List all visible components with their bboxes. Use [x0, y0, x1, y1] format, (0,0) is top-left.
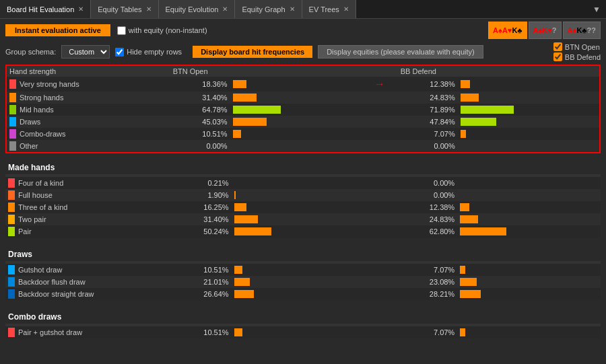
row-label: Backdoor straight draw [5, 288, 171, 300]
card-group: A♠ A♥ K♣ A♠ K♥ ? A♠ K♣ ?? [488, 22, 601, 39]
tab-bar: Board Hit Evaluation ✕ Equity Tables ✕ E… [0, 0, 606, 19]
row-label: Draws [7, 116, 170, 128]
equity-checkbox[interactable] [117, 26, 126, 35]
card-btn-2[interactable]: A♠ K♥ ? [529, 22, 562, 39]
row-label: Strong hands [7, 92, 170, 104]
display-frequencies-button[interactable]: Display board hit frequencies [193, 46, 312, 58]
arrow-indicator [372, 128, 398, 140]
equity-label: with equity (non-instant) [129, 26, 207, 34]
group-schema-label: Group schema: [5, 48, 56, 56]
tab-close-icon[interactable]: ✕ [146, 5, 152, 13]
btn-pct: 26.64% [171, 288, 232, 300]
display-equities-button[interactable]: Display equities (please evaluate with e… [318, 45, 483, 59]
bb-bar [457, 177, 601, 189]
arrow-indicator [372, 140, 398, 152]
row-label: Gutshot draw [5, 264, 171, 276]
arrow-indicator [374, 276, 397, 288]
color-indicator [9, 117, 16, 126]
equity-checkbox-group: with equity (non-instant) [117, 26, 207, 35]
tab-close-icon[interactable]: ✕ [78, 5, 83, 13]
btn-pct: 50.24% [171, 225, 232, 238]
row-label: Other [7, 140, 170, 152]
bb-pct: 62.80% [397, 225, 457, 238]
bb-pct: 47.84% [398, 116, 458, 128]
tab-label: Equity Evolution [166, 5, 219, 13]
btn-pct: 0.00% [170, 140, 230, 152]
bb-pct: 71.89% [398, 104, 458, 116]
tab-close-icon[interactable]: ✕ [290, 5, 295, 13]
tab-equity-evolution[interactable]: Equity Evolution ✕ [159, 0, 236, 18]
btn-bar [232, 276, 375, 288]
btn-bar [230, 104, 372, 116]
draws-header: Draws [5, 246, 601, 261]
label-text: Four of a kind [18, 179, 63, 187]
bb-bar [457, 225, 601, 238]
tab-close-icon[interactable]: ✕ [343, 5, 349, 13]
card-btn-3[interactable]: A♠ K♣ ?? [563, 22, 601, 39]
arrow-indicator [374, 288, 397, 300]
btn-bar [232, 264, 375, 276]
row-label: Pair [5, 225, 171, 238]
btn-pct: 10.51% [171, 264, 232, 276]
card-suit: A♥ [502, 26, 512, 34]
color-indicator [8, 190, 15, 200]
btn-pct: 64.78% [170, 104, 230, 116]
tab-equity-graph[interactable]: Equity Graph ✕ [235, 0, 302, 18]
tab-board-hit[interactable]: Board Hit Evaluation ✕ [0, 0, 91, 18]
color-indicator [8, 289, 15, 299]
btn-bar [232, 225, 375, 238]
tab-close-icon[interactable]: ✕ [222, 5, 228, 13]
arrow-indicator [374, 326, 397, 338]
bb-pct: 23.08% [397, 276, 457, 288]
bb-defend-label: BB Defend [565, 53, 601, 61]
row-label: Four of a kind [5, 177, 171, 189]
bb-defend-checkbox[interactable] [553, 52, 562, 61]
label-text: Draws [20, 118, 40, 126]
bb-bar [457, 213, 601, 225]
color-indicator [9, 79, 16, 89]
hand-strength-section: Hand strength BTN Open BB Defend Very st… [5, 65, 601, 153]
btn-bar [230, 128, 372, 140]
label-text: Pair [18, 227, 32, 235]
tab-equity-tables[interactable]: Equity Tables ✕ [91, 0, 158, 18]
color-indicator [9, 141, 16, 151]
combo-draws-table: Pair + gutshot draw 10.51% 7.07% [5, 324, 601, 338]
bb-bar [457, 288, 601, 300]
color-indicator [9, 93, 16, 102]
btn-pct: 10.51% [170, 128, 230, 140]
arrow-indicator [374, 225, 397, 238]
hide-empty-checkbox[interactable] [115, 48, 124, 57]
bb-bar [457, 264, 601, 276]
col-bb-defend: BB Defend [398, 66, 458, 77]
label-text: Mid hands [20, 106, 54, 114]
row-label: Three of a kind [5, 201, 171, 213]
color-indicator [9, 105, 16, 114]
btn-pct: 16.25% [171, 201, 232, 213]
btn-pct: 18.36% [170, 77, 230, 92]
tab-chevron-icon[interactable]: ▼ [587, 5, 606, 14]
color-indicator [8, 277, 15, 287]
col-btn-open: BTN Open [170, 66, 230, 77]
tab-label: Equity Graph [242, 5, 285, 13]
card-suit: A♠ [533, 26, 543, 34]
card-btn-1[interactable]: A♠ A♥ K♣ [488, 22, 527, 39]
btn-bar [230, 92, 372, 104]
col-arrow [372, 66, 398, 77]
tab-ev-trees[interactable]: EV Trees ✕ [302, 0, 356, 18]
row-label: Full house [5, 189, 171, 201]
instant-eval-button[interactable]: Instant evaluation active [5, 24, 110, 36]
btn-open-checkbox[interactable] [553, 42, 562, 51]
draws-section: Draws Gutshot draw [5, 246, 601, 300]
label-text: Pair + gutshot draw [18, 328, 82, 336]
legend-item-bb: BB Defend [553, 52, 601, 61]
row-label: Two pair [5, 213, 171, 225]
label-text: Backdoor straight draw [18, 290, 94, 298]
group-schema-select[interactable]: Custom [61, 45, 110, 59]
combo-draws-header: Combo draws [5, 308, 601, 324]
btn-open-label: BTN Open [565, 43, 600, 51]
bb-bar [457, 189, 601, 201]
made-hands-section: Made hands Four of a [5, 159, 601, 238]
made-hands-table: Four of a kind 0.21% 0.00% Full house 1.… [5, 174, 601, 238]
legend: BTN Open BB Defend [553, 42, 601, 61]
row-label: Very strong hands [7, 77, 170, 92]
